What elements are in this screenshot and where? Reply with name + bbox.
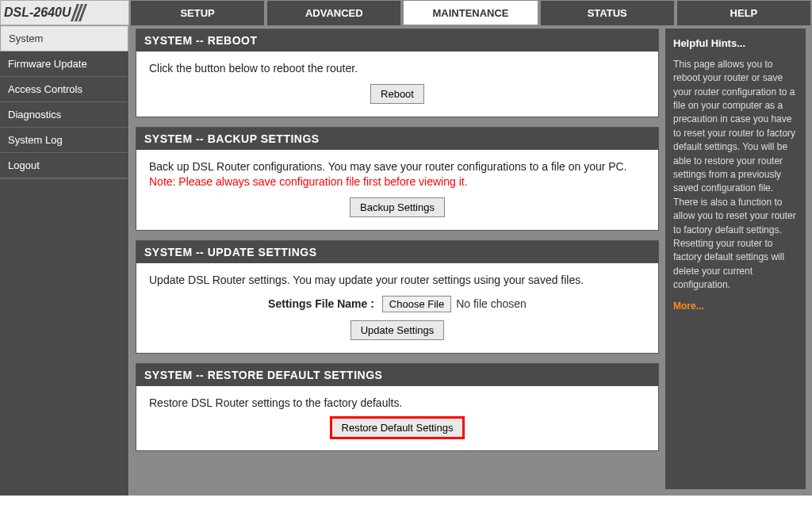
sidebar-item-access-controls[interactable]: Access Controls: [0, 77, 128, 102]
help-title: Helpful Hints...: [673, 36, 798, 52]
panel-update-desc: Update DSL Router settings. You may upda…: [149, 273, 645, 288]
nav-tab-setup[interactable]: SETUP: [130, 0, 265, 25]
file-chosen-status: No file chosen: [456, 297, 527, 310]
panel-restore-desc: Restore DSL Router settings to the facto…: [149, 396, 645, 411]
panel-reboot-title: SYSTEM -- REBOOT: [136, 29, 658, 52]
panel-reboot-desc: Click the button below to reboot the rou…: [149, 61, 645, 76]
nav-tab-maintenance[interactable]: MAINTENANCE: [403, 0, 538, 25]
nav-tab-help[interactable]: HELP: [676, 0, 811, 25]
reboot-button[interactable]: Reboot: [370, 84, 424, 104]
sidebar-item-diagnostics[interactable]: Diagnostics: [0, 102, 128, 128]
panel-backup-note: Note: Please always save configuration f…: [149, 175, 468, 188]
restore-default-settings-button[interactable]: Restore Default Settings: [331, 418, 464, 438]
panel-restore: SYSTEM -- RESTORE DEFAULT SETTINGS Resto…: [136, 363, 659, 452]
panel-update-title: SYSTEM -- UPDATE SETTINGS: [136, 241, 658, 263]
panel-update: SYSTEM -- UPDATE SETTINGS Update DSL Rou…: [136, 240, 659, 354]
sidebar-item-system[interactable]: System: [0, 25, 128, 52]
logo-stripes-icon: [74, 4, 86, 21]
help-body: This page allows you to reboot your rout…: [673, 58, 798, 293]
help-more-link[interactable]: More...: [673, 300, 704, 313]
panel-reboot: SYSTEM -- REBOOT Click the button below …: [136, 29, 659, 117]
top-nav: SETUP ADVANCED MAINTENANCE STATUS HELP: [129, 0, 812, 25]
help-column: Helpful Hints... This page allows you to…: [665, 29, 806, 489]
sidebar-item-logout[interactable]: Logout: [0, 153, 128, 178]
choose-file-button[interactable]: Choose File: [382, 296, 451, 312]
sidebar-item-system-log[interactable]: System Log: [0, 128, 128, 153]
panel-backup: SYSTEM -- BACKUP SETTINGS Back up DSL Ro…: [136, 127, 659, 231]
nav-tab-advanced[interactable]: ADVANCED: [266, 0, 401, 25]
update-settings-button[interactable]: Update Settings: [350, 320, 445, 340]
panel-backup-desc: Back up DSL Router configurations. You m…: [149, 160, 627, 173]
sidebar: System Firmware Update Access Controls D…: [0, 25, 129, 496]
panel-backup-title: SYSTEM -- BACKUP SETTINGS: [136, 128, 658, 150]
panel-restore-title: SYSTEM -- RESTORE DEFAULT SETTINGS: [136, 364, 658, 386]
settings-file-label: Settings File Name :: [268, 297, 374, 310]
sidebar-item-firmware-update[interactable]: Firmware Update: [0, 52, 128, 77]
device-logo: DSL-2640U: [0, 0, 129, 25]
device-model: DSL-2640U: [4, 6, 71, 20]
backup-settings-button[interactable]: Backup Settings: [350, 197, 445, 217]
sidebar-filler: [0, 178, 128, 496]
nav-tab-status[interactable]: STATUS: [540, 0, 675, 25]
